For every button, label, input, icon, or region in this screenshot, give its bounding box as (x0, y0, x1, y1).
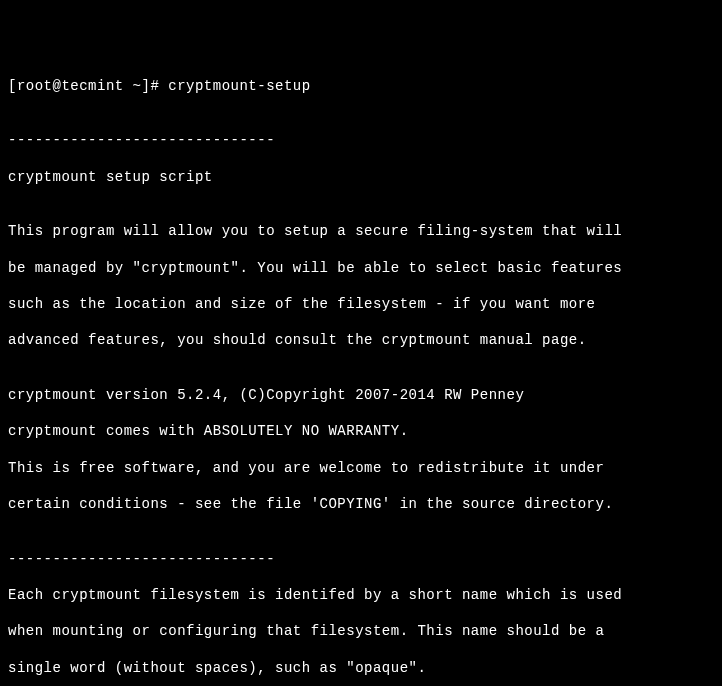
output-title: cryptmount setup script (8, 168, 714, 186)
output-filesystem-info: Each cryptmount filesystem is identifed … (8, 586, 714, 604)
command-prompt-line[interactable]: [root@tecmint ~]# cryptmount-setup (8, 77, 714, 95)
output-intro: be managed by "cryptmount". You will be … (8, 259, 714, 277)
output-divider: ------------------------------ (8, 131, 714, 149)
output-intro: advanced features, you should consult th… (8, 331, 714, 349)
output-filesystem-info: single word (without spaces), such as "o… (8, 659, 714, 677)
output-warranty: cryptmount comes with ABSOLUTELY NO WARR… (8, 422, 714, 440)
output-intro: This program will allow you to setup a s… (8, 222, 714, 240)
output-intro: such as the location and size of the fil… (8, 295, 714, 313)
entered-command: cryptmount-setup (168, 78, 310, 94)
output-divider: ------------------------------ (8, 550, 714, 568)
shell-prompt: [root@tecmint ~]# (8, 78, 168, 94)
output-license: This is free software, and you are welco… (8, 459, 714, 477)
output-filesystem-info: when mounting or configuring that filesy… (8, 622, 714, 640)
output-version: cryptmount version 5.2.4, (C)Copyright 2… (8, 386, 714, 404)
output-license: certain conditions - see the file 'COPYI… (8, 495, 714, 513)
